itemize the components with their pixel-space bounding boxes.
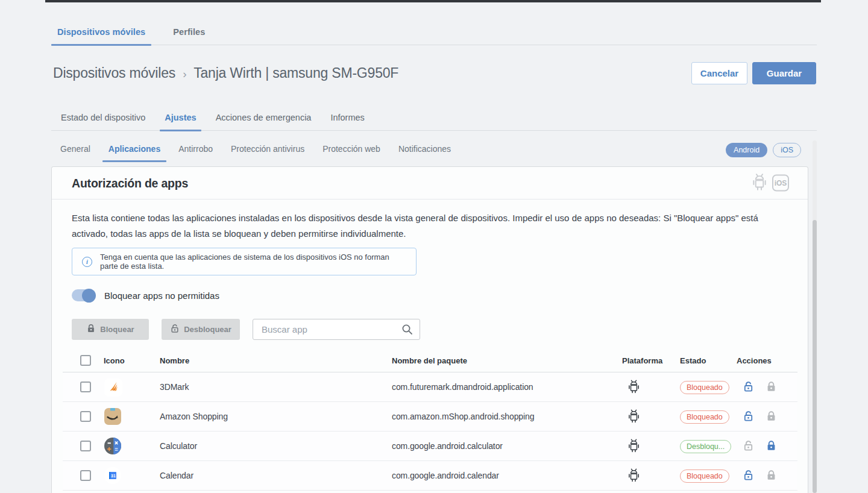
lock-action-icon[interactable] <box>766 440 777 454</box>
save-button[interactable]: Guardar <box>752 62 816 84</box>
lock-action-icon[interactable] <box>766 469 777 483</box>
lock-icon <box>86 324 96 335</box>
panel-description: Esta lista contiene todas las aplicacion… <box>72 210 784 242</box>
unblock-button[interactable]: Desbloquear <box>162 319 240 340</box>
tab-aplicaciones[interactable]: Aplicaciones <box>99 144 169 162</box>
row-checkbox[interactable] <box>80 470 91 481</box>
svg-text:31: 31 <box>111 474 116 478</box>
unlock-action-icon[interactable] <box>743 381 754 395</box>
table-row: 3DMarkcom.futuremark.dmandroid.applicati… <box>63 372 797 402</box>
app-package: com.futuremark.dmandroid.application <box>392 372 533 402</box>
ios-filter-pill[interactable]: iOS <box>773 143 801 157</box>
col-nombre: Nombre <box>160 356 189 365</box>
table-header: Icono Nombre Nombre del paquete Platafor… <box>63 353 797 372</box>
calculator-app-icon <box>104 438 122 456</box>
platform-filter: Android iOS <box>726 143 801 157</box>
block-apps-toggle[interactable] <box>72 289 95 301</box>
apps-table: Icono Nombre Nombre del paquete Platafor… <box>63 353 797 491</box>
3dmark-app-icon <box>104 378 122 397</box>
android-filter-pill[interactable]: Android <box>726 143 767 157</box>
app-authorization-panel: Autorización de apps iOS Esta lista cont… <box>51 166 808 493</box>
search-icon <box>401 324 413 338</box>
panel-title: Autorización de apps <box>72 176 188 190</box>
table-controls: Bloquear Desbloquear <box>72 319 808 340</box>
select-all-checkbox[interactable] <box>80 355 91 366</box>
row-checkbox[interactable] <box>80 411 91 422</box>
tab-proteccion-antivirus[interactable]: Protección antivirus <box>222 144 313 162</box>
table-row: Amazon Shoppingcom.amazon.mShop.android.… <box>63 402 797 432</box>
unlock-action-icon[interactable] <box>743 410 754 424</box>
tab-informes[interactable]: Informes <box>321 113 374 130</box>
main-nav-tabs: Dispositivos móviles Perfiles <box>51 18 817 45</box>
app-package: com.google.android.calendar <box>392 461 499 491</box>
breadcrumb-section[interactable]: Dispositivos móviles <box>53 65 175 81</box>
android-platform-icon <box>627 409 640 425</box>
status-badge: Bloqueado <box>680 381 729 394</box>
table-row: Calculatorcom.google.android.calculator … <box>63 432 797 461</box>
toggle-label: Bloquear apps no permitidas <box>104 290 219 301</box>
tab-acciones-de-emergencia[interactable]: Acciones de emergencia <box>206 113 321 130</box>
android-platform-icon <box>627 380 640 396</box>
block-button-label: Bloquear <box>100 325 134 334</box>
status-badge: Desbloqu... <box>680 440 731 453</box>
search-box <box>253 319 420 340</box>
header-actions: Cancelar Guardar <box>691 62 816 84</box>
tab-antirrobo[interactable]: Antirrobo <box>169 144 222 162</box>
app-package: com.amazon.mShop.android.shopping <box>392 402 534 432</box>
lock-action-icon[interactable] <box>766 410 777 424</box>
unlock-action-icon[interactable] <box>743 440 754 454</box>
window-top-edge <box>45 0 821 2</box>
ios-icon: iOS <box>772 175 789 192</box>
status-badge: Bloqueado <box>680 410 729 424</box>
info-note-text: Tenga en cuenta que las aplicaciones de … <box>100 253 406 271</box>
search-input[interactable] <box>253 319 420 340</box>
settings-sub-tabs: General Aplicaciones Antirrobo Protecció… <box>51 137 817 162</box>
page-header: Dispositivos móviles › Tanja Wirth | sam… <box>53 60 816 87</box>
app-package: com.google.android.calculator <box>392 432 503 461</box>
col-estado: Estado <box>680 356 706 365</box>
tab-general[interactable]: General <box>51 144 99 162</box>
block-button[interactable]: Bloquear <box>72 319 149 340</box>
breadcrumb-separator-icon: › <box>179 68 190 80</box>
android-platform-icon <box>627 468 640 485</box>
breadcrumb-item: Tanja Wirth | samsung SM-G950F <box>193 65 398 81</box>
info-note: i Tenga en cuenta que las aplicaciones d… <box>72 248 417 275</box>
android-icon <box>752 173 767 193</box>
col-plataforma: Plataforma <box>622 356 662 365</box>
row-checkbox[interactable] <box>80 382 91 392</box>
unblock-button-label: Desbloquear <box>184 325 231 334</box>
unlock-icon <box>170 324 180 335</box>
tab-perfiles[interactable]: Perfiles <box>167 27 211 45</box>
col-icono: Icono <box>104 356 125 365</box>
tab-proteccion-web[interactable]: Protección web <box>313 144 389 162</box>
app-table-body: 3DMarkcom.futuremark.dmandroid.applicati… <box>63 372 797 491</box>
tab-ajustes[interactable]: Ajustes <box>155 113 206 130</box>
tab-dispositivos-moviles[interactable]: Dispositivos móviles <box>51 27 151 45</box>
tab-estado-del-dispositivo[interactable]: Estado del dispositivo <box>51 113 155 130</box>
device-section-tabs: Estado del dispositivo Ajustes Acciones … <box>51 106 817 131</box>
info-icon: i <box>82 257 92 267</box>
scrollbar-thumb[interactable] <box>813 220 817 493</box>
panel-platform-icons: iOS <box>752 173 789 193</box>
col-acciones: Acciones <box>737 356 772 365</box>
calendar-app-icon: 31 <box>104 467 122 485</box>
panel-header: Autorización de apps iOS <box>52 167 808 199</box>
amazon-shopping-app-icon <box>104 408 122 426</box>
app-name: 3DMark <box>160 372 189 402</box>
unlock-action-icon[interactable] <box>743 469 754 483</box>
row-checkbox[interactable] <box>80 441 91 451</box>
app-name: Calculator <box>160 432 197 461</box>
tab-notificaciones[interactable]: Notificaciones <box>389 144 460 162</box>
table-row: 31Calendarcom.google.android.calendar Bl… <box>63 461 797 491</box>
lock-action-icon[interactable] <box>766 381 777 395</box>
app-name: Amazon Shopping <box>160 402 228 432</box>
cancel-button[interactable]: Cancelar <box>691 62 747 84</box>
android-platform-icon <box>627 439 640 455</box>
col-paquete: Nombre del paquete <box>392 356 467 365</box>
app-name: Calendar <box>160 461 193 491</box>
toggle-knob <box>82 289 96 303</box>
status-badge: Bloqueado <box>680 469 729 483</box>
block-apps-toggle-row: Bloquear apps no permitidas <box>72 289 808 301</box>
